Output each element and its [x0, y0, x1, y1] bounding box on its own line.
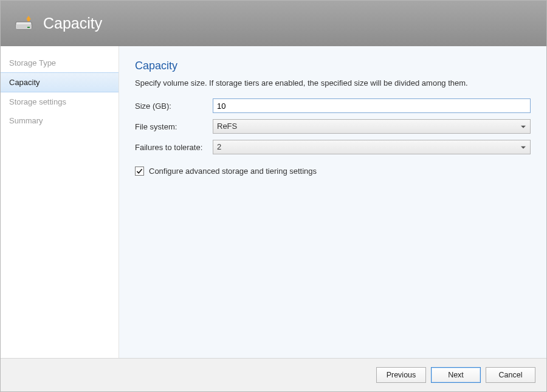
sidebar-item-label: Storage settings: [9, 97, 66, 106]
wizard-title: Capacity: [43, 15, 102, 32]
wizard-body: Storage Type Capacity Storage settings S…: [1, 46, 546, 358]
cancel-button[interactable]: Cancel: [486, 367, 535, 383]
capacity-disk-icon: [14, 13, 35, 34]
sidebar-item-storage-type[interactable]: Storage Type: [1, 53, 119, 72]
page-description: Specify volume size. If storage tiers ar…: [135, 78, 531, 88]
sidebar-item-storage-settings[interactable]: Storage settings: [1, 92, 119, 111]
row-file-system: File system: ReFS: [135, 119, 531, 134]
file-system-select[interactable]: ReFS: [213, 119, 531, 134]
svg-marker-3: [26, 16, 31, 21]
wizard-header: Capacity: [1, 1, 546, 46]
sidebar-item-label: Capacity: [9, 78, 40, 87]
row-failures: Failures to tolerate: 2: [135, 140, 531, 154]
sidebar-item-label: Summary: [9, 116, 43, 125]
svg-rect-2: [27, 27, 30, 28]
wizard-footer: Previous Next Cancel: [1, 358, 546, 391]
sidebar-item-capacity[interactable]: Capacity: [1, 72, 119, 92]
main-panel: Capacity Specify volume size. If storage…: [119, 46, 546, 358]
wizard-steps-sidebar: Storage Type Capacity Storage settings S…: [1, 46, 119, 358]
advanced-settings-label: Configure advanced storage and tiering s…: [149, 167, 317, 176]
size-input[interactable]: [213, 98, 531, 113]
row-size: Size (GB):: [135, 98, 531, 113]
file-system-label: File system:: [135, 122, 213, 131]
row-advanced-settings: Configure advanced storage and tiering s…: [135, 167, 531, 176]
previous-button[interactable]: Previous: [376, 367, 426, 383]
failures-select[interactable]: 2: [213, 140, 531, 154]
next-button[interactable]: Next: [431, 367, 481, 383]
file-system-value: ReFS: [217, 122, 237, 131]
size-label: Size (GB):: [135, 101, 213, 111]
sidebar-item-summary[interactable]: Summary: [1, 111, 119, 130]
failures-label: Failures to tolerate:: [135, 143, 213, 152]
page-heading: Capacity: [135, 60, 531, 72]
sidebar-item-label: Storage Type: [9, 58, 56, 67]
failures-value: 2: [217, 142, 221, 151]
advanced-settings-checkbox[interactable]: [135, 167, 144, 176]
